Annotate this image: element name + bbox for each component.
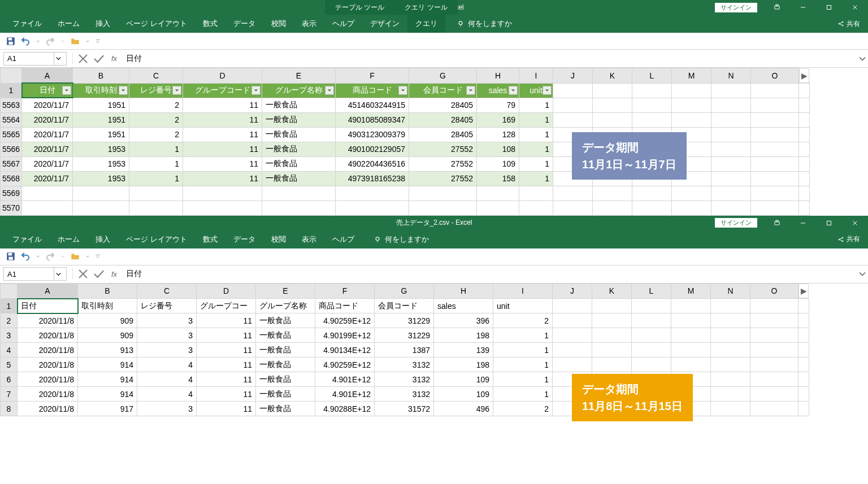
cell[interactable]: 1 xyxy=(129,142,183,156)
cell[interactable]: 1951 xyxy=(73,127,129,142)
cell[interactable]: 2020/11/7 xyxy=(22,142,73,156)
row-header[interactable]: 7 xyxy=(1,387,18,402)
cell[interactable] xyxy=(592,313,632,328)
cell[interactable]: 一般食品 xyxy=(256,328,315,343)
cell[interactable]: 914 xyxy=(78,357,137,372)
cell[interactable] xyxy=(671,343,711,357)
cell[interactable]: 1 xyxy=(129,156,183,171)
cell[interactable] xyxy=(711,357,750,372)
table-column-header[interactable]: 商品コード xyxy=(336,83,409,98)
cell[interactable] xyxy=(632,343,671,357)
cell[interactable]: 1 xyxy=(493,372,553,387)
cell[interactable] xyxy=(711,372,750,387)
context-tab[interactable]: テーブル ツール xyxy=(325,0,394,15)
cell[interactable] xyxy=(751,127,799,142)
ribbon-tab-データ[interactable]: データ xyxy=(225,15,263,33)
cell[interactable] xyxy=(553,112,593,127)
save-icon[interactable] xyxy=(6,36,16,46)
undo-icon[interactable] xyxy=(20,251,31,261)
cell[interactable] xyxy=(129,186,183,200)
row-header[interactable]: 1 xyxy=(1,299,18,313)
column-header[interactable]: K xyxy=(592,284,632,299)
cell[interactable] xyxy=(183,186,262,200)
table-column-header[interactable]: 日付 xyxy=(22,83,73,98)
cell[interactable] xyxy=(409,200,477,215)
save-icon[interactable] xyxy=(6,251,16,261)
formula-input[interactable]: 日付 xyxy=(121,269,857,279)
cell[interactable] xyxy=(711,171,751,186)
fx-icon[interactable]: fx xyxy=(111,54,117,63)
cell[interactable]: 198 xyxy=(434,328,493,343)
filter-dropdown-icon[interactable] xyxy=(509,86,518,95)
cell[interactable] xyxy=(711,200,751,215)
redo-dropdown-icon[interactable] xyxy=(60,251,66,261)
cell[interactable]: 3132 xyxy=(375,387,434,402)
cell[interactable] xyxy=(592,299,632,313)
cell[interactable] xyxy=(711,328,750,343)
folder-dropdown-icon[interactable] xyxy=(85,36,90,46)
column-header[interactable]: D xyxy=(183,68,262,84)
cell[interactable] xyxy=(751,156,799,171)
cell[interactable] xyxy=(671,357,711,372)
cell[interactable]: 4901085089347 xyxy=(336,112,409,127)
cell[interactable] xyxy=(711,83,751,98)
cell[interactable]: 1387 xyxy=(375,343,434,357)
undo-dropdown-icon[interactable] xyxy=(35,36,41,46)
cell[interactable] xyxy=(711,127,751,142)
cell[interactable] xyxy=(632,299,671,313)
cell[interactable]: 4903123009379 xyxy=(336,127,409,142)
cell[interactable]: 2020/11/7 xyxy=(22,171,73,186)
row-header[interactable]: 1 xyxy=(1,83,22,98)
cell[interactable]: グループコー xyxy=(197,299,256,313)
cell[interactable] xyxy=(553,186,593,200)
row-header[interactable]: 8 xyxy=(1,402,18,416)
cell[interactable] xyxy=(671,299,711,313)
cell[interactable]: 4973918165238 xyxy=(336,171,409,186)
cell[interactable] xyxy=(632,357,671,372)
cell[interactable] xyxy=(672,186,711,200)
cell[interactable]: 11 xyxy=(197,387,256,402)
cell[interactable]: 914 xyxy=(78,387,137,402)
cell[interactable]: 2020/11/8 xyxy=(18,372,78,387)
cell[interactable] xyxy=(477,186,519,200)
column-header[interactable]: G xyxy=(409,68,477,84)
cell[interactable]: 169 xyxy=(477,112,519,127)
cell[interactable] xyxy=(750,357,798,372)
cell[interactable]: 一般食品 xyxy=(262,127,336,142)
cell[interactable]: 3 xyxy=(137,402,197,416)
cell[interactable]: 396 xyxy=(434,313,493,328)
cell[interactable]: 158 xyxy=(477,171,519,186)
cell[interactable]: 4.90199E+12 xyxy=(315,328,375,343)
cell[interactable]: 11 xyxy=(197,328,256,343)
cell[interactable] xyxy=(711,186,751,200)
cell[interactable] xyxy=(73,200,129,215)
maximize-icon[interactable] xyxy=(816,216,842,230)
cell[interactable]: 一般食品 xyxy=(256,402,315,416)
column-header[interactable]: L xyxy=(632,68,672,84)
cell[interactable] xyxy=(553,83,593,98)
cell[interactable] xyxy=(632,83,672,98)
cell[interactable] xyxy=(632,200,672,215)
filter-dropdown-icon[interactable] xyxy=(119,86,128,95)
ribbon-tab-クエリ[interactable]: クエリ xyxy=(407,15,445,33)
cell[interactable] xyxy=(751,171,799,186)
column-header[interactable]: H xyxy=(434,284,493,299)
cell[interactable] xyxy=(750,328,798,343)
filter-dropdown-icon[interactable] xyxy=(62,86,71,95)
column-header[interactable]: M xyxy=(671,284,711,299)
expand-formula-bar-icon[interactable] xyxy=(857,53,868,64)
cell[interactable]: 4 xyxy=(137,357,197,372)
ribbon-tab-表示[interactable]: 表示 xyxy=(294,15,324,33)
folder-icon[interactable] xyxy=(70,36,80,46)
cell[interactable]: 2020/11/7 xyxy=(22,112,73,127)
ribbon-tab-数式[interactable]: 数式 xyxy=(195,15,225,33)
column-header[interactable]: C xyxy=(137,284,197,299)
cell[interactable]: unit xyxy=(493,299,553,313)
cell[interactable]: 2 xyxy=(129,127,183,142)
cell[interactable] xyxy=(751,200,799,215)
scroll-right-icon[interactable]: ▶ xyxy=(798,284,809,298)
ribbon-tab-挿入[interactable]: 挿入 xyxy=(88,230,118,248)
row-header[interactable]: 5565 xyxy=(1,127,22,142)
cell[interactable] xyxy=(750,313,798,328)
cell[interactable]: 一般食品 xyxy=(256,372,315,387)
